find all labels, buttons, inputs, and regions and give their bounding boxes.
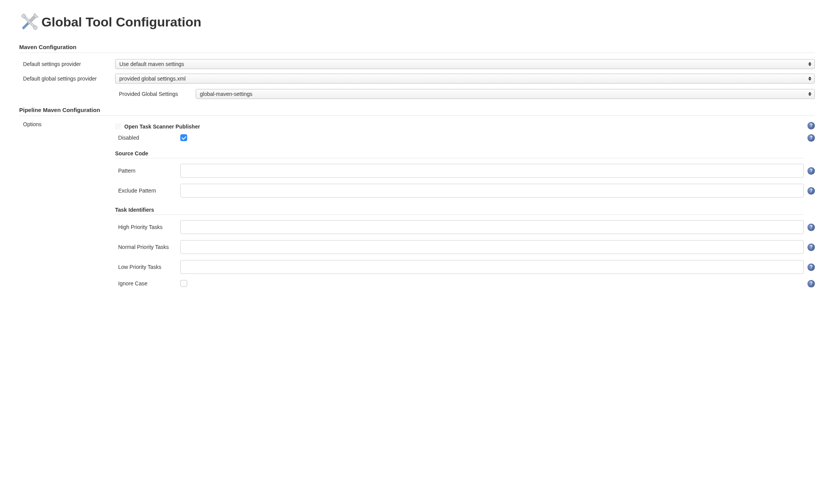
disabled-checkbox[interactable] <box>180 134 187 141</box>
select-arrows-icon <box>808 62 811 66</box>
maven-configuration-heading: Maven Configuration <box>19 44 815 53</box>
default-settings-select[interactable]: Use default maven settings <box>115 59 815 69</box>
exclude-pattern-label: Exclude Pattern <box>115 188 176 194</box>
svg-rect-1 <box>22 23 28 29</box>
high-priority-label: High Priority Tasks <box>115 224 176 230</box>
help-icon[interactable]: ? <box>808 280 815 287</box>
low-priority-row: Low Priority Tasks ? <box>115 257 815 277</box>
help-icon[interactable]: ? <box>808 224 815 231</box>
global-settings-value: provided global settings.xml <box>119 76 186 82</box>
options-content: Open Task Scanner Publisher ? Disabled ?… <box>115 120 815 290</box>
publisher-title-text: Open Task Scanner Publisher <box>124 124 200 130</box>
global-settings-select[interactable]: provided global settings.xml <box>115 74 815 84</box>
provided-global-label: Provided Global Settings <box>119 91 192 97</box>
help-icon[interactable]: ? <box>808 134 815 142</box>
low-priority-input[interactable] <box>180 260 804 274</box>
pattern-label: Pattern <box>115 168 176 174</box>
default-settings-row: Default settings provider Use default ma… <box>19 57 815 71</box>
provided-global-select[interactable]: global-maven-settings <box>196 89 815 99</box>
page-header: Global Tool Configuration <box>19 12 815 32</box>
help-icon[interactable]: ? <box>808 187 815 194</box>
exclude-pattern-row: Exclude Pattern ? <box>115 181 815 201</box>
options-label: Options <box>19 120 115 290</box>
pattern-row: Pattern ? <box>115 161 815 181</box>
select-arrows-icon <box>808 77 811 81</box>
ignore-case-label: Ignore Case <box>115 280 176 287</box>
options-body: Options Open Task Scanner Publisher ? Di… <box>19 120 815 290</box>
page-title: Global Tool Configuration <box>41 15 201 30</box>
provided-global-value: global-maven-settings <box>200 91 252 97</box>
pipeline-maven-heading: Pipeline Maven Configuration <box>19 107 815 116</box>
maven-configuration-section: Maven Configuration Default settings pro… <box>19 44 815 102</box>
pattern-input[interactable] <box>180 164 804 178</box>
disabled-row: Disabled ? <box>115 131 815 144</box>
global-settings-label: Default global settings provider <box>19 76 111 82</box>
default-settings-label: Default settings provider <box>19 61 111 67</box>
normal-priority-label: Normal Priority Tasks <box>115 244 176 250</box>
help-icon[interactable]: ? <box>808 244 815 251</box>
drag-handle-icon[interactable] <box>115 124 121 130</box>
help-icon[interactable]: ? <box>808 264 815 271</box>
low-priority-label: Low Priority Tasks <box>115 264 176 270</box>
help-icon[interactable]: ? <box>808 167 815 175</box>
publisher-title: Open Task Scanner Publisher <box>115 120 200 131</box>
exclude-pattern-input[interactable] <box>180 184 804 198</box>
source-code-heading: Source Code <box>115 144 803 158</box>
ignore-case-row: Ignore Case ? <box>115 277 815 290</box>
high-priority-input[interactable] <box>180 220 804 234</box>
high-priority-row: High Priority Tasks ? <box>115 217 815 237</box>
help-icon[interactable]: ? <box>808 122 815 129</box>
normal-priority-row: Normal Priority Tasks ? <box>115 237 815 257</box>
global-settings-row: Default global settings provider provide… <box>19 71 815 86</box>
default-settings-value: Use default maven settings <box>119 61 184 67</box>
disabled-label: Disabled <box>115 135 176 141</box>
normal-priority-input[interactable] <box>180 240 804 254</box>
ignore-case-checkbox[interactable] <box>180 280 187 287</box>
select-arrows-icon <box>808 92 811 96</box>
provided-global-row: Provided Global Settings global-maven-se… <box>19 86 815 102</box>
publisher-title-row: Open Task Scanner Publisher ? <box>115 120 815 131</box>
tools-icon <box>19 12 40 32</box>
pipeline-maven-section: Pipeline Maven Configuration Options Ope… <box>19 107 815 290</box>
task-identifiers-heading: Task Identifiers <box>115 201 803 215</box>
